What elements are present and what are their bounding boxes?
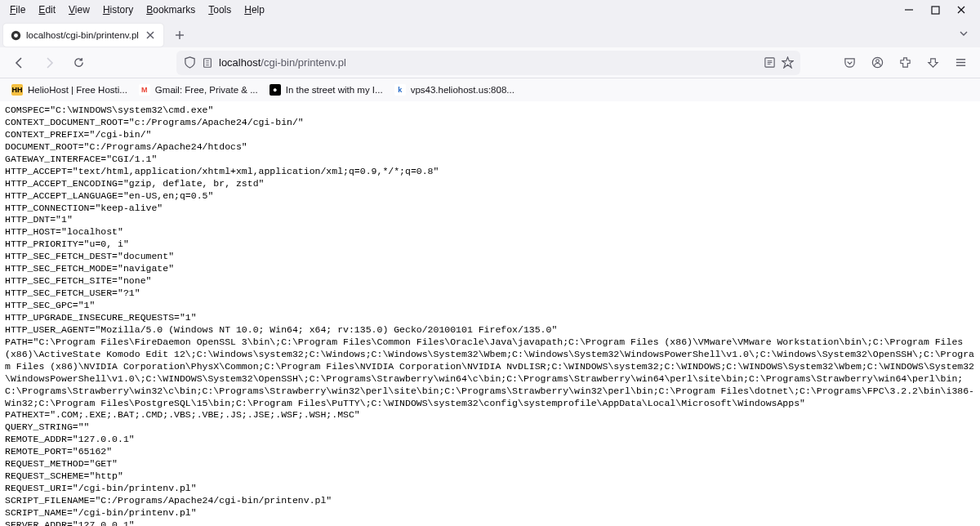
- menu-history[interactable]: History: [96, 2, 140, 18]
- tab-favicon-icon: [10, 29, 21, 41]
- bookmark-item[interactable]: kvps43.heliohost.us:808...: [390, 81, 519, 99]
- maximize-button[interactable]: [929, 4, 941, 16]
- reload-button[interactable]: [65, 50, 91, 76]
- browser-tab[interactable]: localhost/cgi-bin/printenv.pl: [3, 24, 163, 47]
- tab-title: localhost/cgi-bin/printenv.pl: [26, 30, 139, 40]
- pocket-icon[interactable]: [836, 50, 862, 76]
- bookmark-favicon-icon: ●: [270, 84, 281, 96]
- url-bar[interactable]: localhost/cgi-bin/printenv.pl: [176, 51, 800, 75]
- tab-bar: localhost/cgi-bin/printenv.pl: [0, 20, 980, 47]
- menu-tools[interactable]: Tools: [202, 2, 238, 18]
- svg-rect-1: [932, 7, 939, 14]
- menu-help[interactable]: Help: [238, 2, 271, 18]
- menu-view[interactable]: View: [62, 2, 96, 18]
- tabs-dropdown-button[interactable]: [956, 25, 972, 42]
- bookmark-item[interactable]: ●In the street with my I...: [265, 81, 388, 99]
- bookmark-label: vps43.heliohost.us:808...: [411, 85, 514, 95]
- bookmarks-toolbar: HHHelioHost | Free Hosti...MGmail: Free,…: [0, 78, 980, 101]
- shield-icon[interactable]: [183, 56, 196, 69]
- forward-button[interactable]: [36, 50, 62, 76]
- back-button[interactable]: [7, 50, 33, 76]
- reader-mode-icon[interactable]: [763, 56, 776, 69]
- url-domain: localhost: [219, 56, 261, 69]
- url-text[interactable]: localhost/cgi-bin/printenv.pl: [219, 56, 758, 69]
- bookmark-label: HelioHost | Free Hosti...: [28, 85, 127, 95]
- menu-file[interactable]: File: [3, 2, 32, 18]
- svg-point-19: [875, 60, 879, 63]
- url-path: /cgi-bin/printenv.pl: [261, 56, 346, 69]
- bookmark-label: In the street with my I...: [286, 85, 383, 95]
- bookmark-star-icon[interactable]: [781, 56, 794, 69]
- downloads-icon[interactable]: [920, 50, 946, 76]
- app-menu-button[interactable]: [947, 50, 973, 76]
- page-content[interactable]: COMSPEC="C:\WINDOWS\system32\cmd.exe" CO…: [0, 101, 980, 526]
- extensions-icon[interactable]: [892, 50, 918, 76]
- new-tab-button[interactable]: [168, 24, 191, 47]
- menubar: FileEditViewHistoryBookmarksToolsHelp: [0, 0, 980, 20]
- navigation-toolbar: localhost/cgi-bin/printenv.pl: [0, 47, 980, 78]
- account-icon[interactable]: [864, 50, 890, 76]
- page-info-icon[interactable]: [201, 56, 214, 69]
- window-controls: [903, 4, 977, 16]
- menu-bookmarks[interactable]: Bookmarks: [140, 2, 202, 18]
- bookmark-favicon-icon: M: [139, 84, 150, 96]
- toolbar-right: [836, 50, 973, 76]
- bookmark-item[interactable]: HHHelioHost | Free Hosti...: [7, 81, 132, 99]
- bookmark-label: Gmail: Free, Private & ...: [155, 85, 258, 95]
- close-button[interactable]: [956, 4, 967, 16]
- minimize-button[interactable]: [903, 4, 915, 16]
- tab-close-button[interactable]: [144, 29, 157, 42]
- bookmark-item[interactable]: MGmail: Free, Private & ...: [134, 81, 263, 99]
- svg-point-5: [14, 33, 18, 38]
- menu-edit[interactable]: Edit: [32, 2, 62, 18]
- bookmark-favicon-icon: HH: [11, 84, 23, 96]
- bookmark-favicon-icon: k: [394, 84, 406, 96]
